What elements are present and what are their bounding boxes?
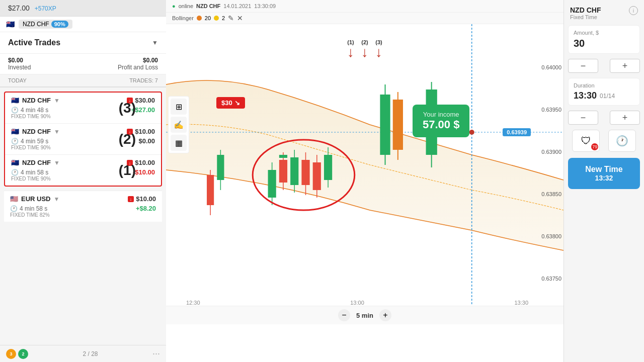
more-options-icon[interactable]: ··· (152, 348, 160, 359)
new-time-label: New Time (573, 165, 635, 174)
layout-tool[interactable]: ▦ (171, 135, 187, 151)
coin-green: 2 (18, 349, 28, 359)
arrow-group-3: (3) ↓ (375, 39, 382, 59)
trade-2-time: 🕐 4 min 59 s (11, 138, 48, 145)
active-trades-box: 🇳🇿 NZD CHF ▼ ↓ $30.00 🕐 4 min 48 s +$27.… (4, 92, 162, 187)
direction-row: 🛡 79 🕐 (568, 130, 640, 152)
left-panel: $27.00 +570XP 🇳🇿 NZD CHF 90% Active Trad… (0, 0, 166, 362)
new-time-btn[interactable]: New Time 13:32 (568, 158, 640, 189)
chart-area: ● online NZD CHF 14.01.2021 13:30:09 Bol… (166, 0, 564, 362)
trade-1-time: 🕐 4 min 58 s (11, 169, 48, 176)
page-coins: 3 2 (6, 349, 28, 359)
close-icon[interactable]: ✕ (237, 14, 243, 22)
info-icon[interactable]: i (629, 6, 638, 15)
pnl-label: Profit and Loss (118, 64, 158, 71)
eurusd-amount: ↓ $10.00 (128, 195, 156, 203)
pct-badge: 90% (51, 21, 68, 28)
duration-minus-btn[interactable]: − (568, 111, 598, 125)
price-label-3: 0.63850 (541, 191, 561, 197)
right-pair-name: NZD CHF (570, 6, 601, 14)
chart-main: (1) ↓ (2) ↓ (3) ↓ $30 ↘ Your income 57.0… (166, 24, 564, 306)
x-axis: 12:30 13:00 13:30 (186, 300, 528, 306)
x-label-2: 13:30 (514, 300, 528, 306)
clock-icon-1: 🕐 (11, 169, 19, 176)
bollinger-row: Bollinger 20 2 ✎ ✕ (166, 13, 564, 24)
down-arrow-3: ↓ (375, 45, 382, 59)
trade-3-flag: 🇳🇿 (11, 97, 19, 104)
pair-flag-icon: 🇳🇿 (6, 20, 15, 28)
pencil-icon[interactable]: ✎ (228, 14, 234, 22)
bollinger-2: 2 (222, 15, 225, 21)
trade-item-1[interactable]: 🇳🇿 NZD CHF ▼ ↓ $10.00 🕐 4 min 58 s -$10.… (5, 155, 161, 186)
chart-pair: NZD CHF (196, 3, 220, 9)
trade-eurusd[interactable]: 🇺🇸 EUR USD ▼ ↓ $10.00 🕐 4 min 58 s +$8.2… (4, 191, 162, 222)
trade-item-2[interactable]: 🇳🇿 NZD CHF ▼ ↓ $10.00 🕐 4 min 59 s $0.00… (5, 124, 161, 155)
draw-tool[interactable]: ✍ (171, 117, 187, 133)
eurusd-flag: 🇺🇸 (10, 195, 18, 203)
clock-dir-btn[interactable]: 🕐 (608, 130, 636, 152)
amount-plus-btn[interactable]: + (610, 59, 640, 73)
chart-top-bar: ● online NZD CHF 14.01.2021 13:30:09 (166, 0, 564, 13)
income-popup: Your income 57.00 $ (413, 105, 469, 137)
xp-value: +570XP (35, 5, 56, 12)
trade-2-profit: $0.00 (138, 137, 155, 145)
eurusd-profit: +$8.20 (136, 205, 156, 212)
chart-online-row: ● online NZD CHF 14.01.2021 13:30:09 (172, 3, 276, 9)
shield-badge: 79 (591, 143, 598, 150)
pair-name: NZD CHF (23, 21, 49, 28)
amount-value: 30 (574, 38, 634, 49)
duration-plus-btn[interactable]: + (610, 111, 640, 125)
eurusd-type: FIXED TIME 82% (10, 212, 156, 218)
duration-time: 13:30 (574, 90, 597, 101)
current-price-tag: 0.63939 (503, 128, 531, 136)
income-amount: 57.00 $ (423, 118, 459, 131)
trade-3-chevron[interactable]: ▼ (54, 97, 60, 104)
top-balance-bar: $27.00 +570XP (0, 0, 166, 17)
trade-1-chevron[interactable]: ▼ (54, 159, 60, 166)
right-header: NZD CHF Fixed Time i (564, 0, 644, 22)
trade-2-chevron[interactable]: ▼ (54, 128, 60, 135)
candlestick-tool[interactable]: ⊞ (171, 99, 187, 115)
price-label-2: 0.63900 (541, 149, 561, 155)
chart-bottom-bar: − 5 min + (166, 306, 564, 324)
amount-stepper-row: − + (568, 59, 640, 73)
clock-dir-icon: 🕐 (616, 135, 628, 147)
pair-tag-row: 🇳🇿 NZD CHF 90% (0, 17, 166, 32)
trades-today-row: TODAY TRADES: 7 (0, 74, 166, 87)
trade-entry-label: $30 ↘ (216, 97, 245, 109)
candle-b-top (279, 155, 287, 158)
trade-2-number: (2) (119, 131, 136, 147)
trade-3-pair: 🇳🇿 NZD CHF ▼ (11, 97, 60, 104)
eurusd-chevron[interactable]: ▼ (54, 196, 60, 203)
price-label-0: 0.64000 (541, 64, 561, 70)
trade-2-pair: 🇳🇿 NZD CHF ▼ (11, 128, 60, 135)
bollinger-20: 20 (205, 15, 211, 21)
x-label-1: 13:00 (350, 300, 364, 306)
bollinger-dot-yellow (214, 16, 219, 21)
duration-date: 01/14 (600, 93, 615, 100)
entry-amount: $30 (221, 99, 232, 107)
amount-minus-btn[interactable]: − (568, 59, 598, 73)
x-label-0: 12:30 (186, 300, 200, 306)
zoom-out-btn[interactable]: − (338, 309, 350, 321)
clock-icon-eurusd: 🕐 (10, 205, 18, 212)
trade-item-3[interactable]: 🇳🇿 NZD CHF ▼ ↓ $30.00 🕐 4 min 48 s +$27.… (5, 93, 161, 124)
amount-label: Amount, $ (574, 30, 634, 36)
chart-tools: ⊞ ✍ ▦ (168, 96, 189, 153)
entry-dot (469, 130, 474, 135)
coin-orange: 3 (6, 349, 16, 359)
duration-section: Duration 13:30 01/14 (568, 78, 640, 106)
arrow-group-2: (2) ↓ (361, 39, 368, 59)
right-panel: NZD CHF Fixed Time i Amount, $ 30 − + Du… (564, 0, 644, 362)
clock-icon-2: 🕐 (11, 138, 19, 145)
trade-3-time: 🕐 4 min 48 s (11, 107, 48, 114)
pair-tag[interactable]: NZD CHF 90% (19, 20, 72, 29)
arrow-group-1: (1) ↓ (347, 39, 354, 59)
eurusd-time: 🕐 4 min 58 s (10, 205, 47, 212)
zoom-in-btn[interactable]: + (379, 309, 391, 321)
shield-btn[interactable]: 🛡 79 (572, 130, 600, 152)
active-trades-chevron[interactable]: ▼ (152, 39, 158, 46)
page-info: 2 / 28 (83, 350, 98, 357)
trade-3-number: (3) (119, 100, 136, 116)
today-label: TODAY (8, 77, 27, 83)
